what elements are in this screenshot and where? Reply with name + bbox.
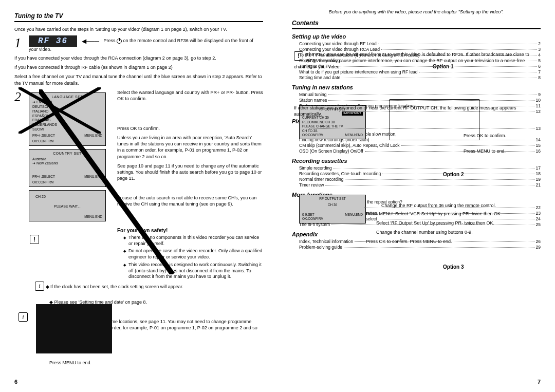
intro-right: Before you do anything with the video, p… [292, 9, 541, 14]
option2-step-d: Press OK to confirm. Press MENU to end. [366, 238, 541, 245]
toc-label: Simple recording [299, 165, 332, 171]
toc-label: Problem-solving guide [299, 245, 342, 250]
toc-line: CM skip (commercial skip), Auto Repeat, … [292, 143, 541, 148]
section-title-left: Tuning to the TV [14, 12, 263, 22]
page-number-7: 7 [538, 379, 541, 385]
toc-page: 2 [538, 41, 541, 46]
option-3-label: Option 3 [441, 264, 466, 270]
contents-heading: Contents [292, 20, 541, 29]
toc-dots [371, 140, 534, 140]
osd-language: LANGUAGE SET ➔ ENGLISH DEUTSCH ITALIANO … [29, 92, 106, 146]
safety-heading: For your own safety! [117, 228, 263, 233]
toc-section-heading: Tuning in new stations [292, 84, 541, 90]
after-step1-c: Select a free channel on your TV and man… [14, 73, 263, 86]
press-ok-note: Press OK to confirm. [464, 133, 541, 139]
step-2: 2 LANGUAGE SET ➔ ENGLISH DEUTSCH ITALIAN… [14, 89, 263, 225]
toc-page: 17 [536, 165, 541, 171]
toc-page: 18 [536, 171, 541, 176]
toc-dots [378, 44, 537, 44]
osd-country: COUNTRY SET Australia ➔ New Zealand PR+/… [29, 149, 106, 188]
safety-bullet-3: This video recorder is designed to work … [123, 262, 263, 280]
press-menu-note: Press MENU to end. [464, 148, 541, 154]
toc-label: Timer review [299, 182, 324, 188]
after-step1-a: If you have connected your video through… [14, 55, 263, 61]
toc-label: Recording cassettes, One-touch recording [299, 171, 381, 176]
power-icon [117, 39, 122, 44]
toc-dots [344, 247, 534, 248]
toc-dots [325, 185, 534, 185]
safety-bullet-1: There are no components in this video re… [123, 235, 263, 247]
rf-adjust-note: ! The RF output can be adjusted from 21 … [294, 51, 541, 70]
step2-seepages: See page 10 and page 11 if you need to c… [117, 163, 263, 181]
toc-label: Connecting your video through RF Lead [299, 41, 377, 46]
toc-section-heading: Recording cassettes [292, 158, 541, 164]
toc-dots [381, 49, 536, 50]
safety-bullet-2: Do not open the case of the video record… [123, 248, 263, 260]
overlay-menu-end: Press MENU to end. [49, 360, 203, 366]
warning-icon-2: ! [294, 51, 303, 61]
toc-label: Index, Technical information [299, 239, 353, 244]
option2-desc: Change the RF output from 36 using the r… [381, 202, 541, 209]
option2-step-b: Select 'RF Output Set Up' by pressing PR… [376, 220, 541, 226]
toc-section-heading: Setting up the video [292, 33, 541, 40]
page-7: Before you do anything with the video, p… [278, 0, 555, 392]
step2-autosearch: Unless you are living in an area with po… [117, 135, 263, 160]
toc-page: 29 [536, 245, 541, 250]
toc-line: What to do if you get picture interferen… [292, 69, 541, 74]
option2-step-c: Change the channel number using buttons … [376, 229, 541, 235]
toc-dots [401, 145, 534, 146]
info-icon-2: i [18, 312, 28, 322]
toc-label: Normal timer recording [299, 177, 343, 182]
toc-line: Simple recording17 [292, 165, 541, 171]
toc-label: OSD (On Screen Display) On/Off [299, 148, 363, 154]
toc-label: What to do if you get picture interferen… [299, 69, 418, 74]
toc-line: Timer review21 [292, 182, 541, 188]
toc-label: CM skip (commercial skip), Auto Repeat, … [299, 143, 400, 148]
option2-step-a: Press MENU. Select 'VCR Set Up' by press… [366, 211, 541, 217]
step2-case: In case of the auto search is not able t… [117, 195, 263, 207]
toc-page: 9 [538, 92, 541, 97]
step2-main: Select the wanted language and country w… [117, 89, 263, 102]
toc-page: 19 [536, 177, 541, 182]
arrow-left-icon: ◀─── [82, 38, 100, 45]
toc-dots [419, 72, 537, 72]
blank-screenshot-box [36, 304, 112, 353]
after-step1-b: If you have connected it through RF cabl… [14, 64, 263, 70]
page-number-6: 6 [14, 379, 17, 385]
intro-left: Once you have carried out the steps in '… [14, 26, 263, 32]
toc-dots [379, 219, 534, 219]
toc-label: Station names [299, 98, 327, 103]
step-1: 1 RF 36 ◀─── Press on the remote control… [14, 35, 263, 52]
toc-line: Manual tuning9 [292, 92, 541, 97]
toc-dots [345, 179, 534, 180]
toc-dots [309, 128, 534, 129]
toc-page: 21 [536, 182, 541, 188]
step-number-2: 2 [14, 89, 29, 105]
step1-text-a: Press [104, 39, 116, 44]
toc-line: Connecting your video through RF Lead2 [292, 41, 541, 46]
other-stations-note: If other stations are positioned on or n… [294, 105, 541, 117]
toc-page: 8 [538, 75, 541, 80]
toc-label: Setting time and date [299, 75, 340, 80]
toc-line: Recording cassettes, One-touch recording… [292, 171, 541, 176]
page-6: Tuning to the TV Once you have carried o… [0, 0, 278, 392]
rf-display: RF 36 [29, 35, 77, 47]
toc-dots [382, 174, 534, 174]
osd-rf-output-2: RF OUTPUT SET CH 36 0-9:SETMENU:END OK:C… [299, 195, 366, 223]
toc-line: Setting time and date8 [292, 75, 541, 80]
safety-block: ! There are no components in this video … [29, 235, 263, 282]
option-2-label: Option 2 [441, 171, 466, 178]
toc-line: Normal timer recording19 [292, 177, 541, 182]
step-number-1: 1 [14, 35, 29, 51]
toc-dots [328, 100, 534, 101]
toc-label: Manual tuning [299, 92, 326, 97]
toc-page: 13 [536, 126, 541, 131]
info-icon: i [35, 282, 44, 291]
overlay-clock: i ◆ If the clock has not been set, the c… [35, 282, 251, 291]
osd-channel-wait: CH 25 PLEASE WAIT... MENU:END [29, 190, 106, 221]
toc-page: 15 [536, 143, 541, 148]
toc-page: 10 [536, 98, 541, 103]
toc-page: 7 [538, 69, 541, 74]
toc-dots [334, 168, 534, 169]
toc-dots [328, 95, 536, 95]
